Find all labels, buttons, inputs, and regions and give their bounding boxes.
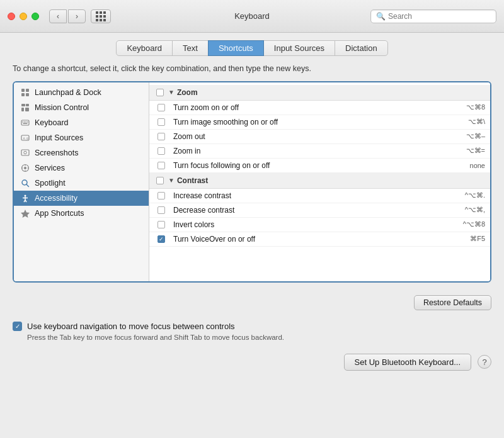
shortcut-row-invert-colors[interactable]: Invert colors ^⌥⌘8 [149, 218, 490, 232]
sidebar-label-mission-control: Mission Control [35, 103, 89, 112]
zoom-in-keys: ⌥⌘= [435, 147, 485, 155]
shortcut-row-voiceover[interactable]: ✓ Turn VoiceOver on or off ⌘F5 [149, 232, 490, 247]
svg-point-18 [24, 151, 26, 154]
decrease-contrast-check-cell[interactable] [154, 206, 168, 214]
invert-check-cell[interactable] [154, 221, 168, 228]
search-icon: 🔍 [376, 12, 386, 21]
focus-checkbox[interactable] [158, 162, 165, 169]
zoom-on-off-keys: ⌥⌘8 [435, 103, 485, 111]
zoom-out-checkbox[interactable] [158, 133, 165, 140]
shortcut-row-zoom-in[interactable]: Zoom in ⌥⌘= [149, 144, 490, 159]
svg-text:文: 文 [26, 136, 29, 140]
zoom-out-check-cell[interactable] [154, 133, 168, 140]
zoom-on-off-check-cell[interactable] [154, 104, 168, 111]
svg-rect-9 [23, 121, 24, 123]
shortcut-row-smoothing[interactable]: Turn image smoothing on or off ⌥⌘\ [149, 115, 490, 130]
increase-contrast-checkbox[interactable] [158, 192, 165, 199]
forward-button[interactable]: › [68, 9, 86, 23]
sidebar-item-accessibility[interactable]: Accessibility [14, 191, 149, 206]
zoom-checkbox[interactable] [156, 89, 164, 96]
sidebar-item-input-sources[interactable]: A文 Input Sources [14, 130, 149, 145]
zoom-in-check-cell[interactable] [154, 147, 168, 155]
decrease-contrast-keys: ^⌥⌘, [435, 206, 485, 214]
sidebar-item-launchpad[interactable]: Launchpad & Dock [14, 85, 149, 100]
svg-line-31 [25, 200, 26, 202]
focus-keys: none [435, 162, 485, 169]
tab-input-sources[interactable]: Input Sources [263, 40, 335, 56]
voiceover-checkbox[interactable]: ✓ [158, 235, 165, 243]
tabs-bar: Keyboard Text Shortcuts Input Sources Di… [0, 33, 504, 56]
contrast-toggle-icon[interactable]: ▼ [168, 177, 175, 184]
smoothing-keys: ⌥⌘\ [435, 118, 485, 126]
voiceover-check-cell[interactable]: ✓ [154, 235, 168, 243]
tab-dictation[interactable]: Dictation [335, 40, 388, 56]
contrast-checkbox[interactable] [156, 177, 164, 184]
shortcut-row-zoom-on-off[interactable]: Turn zoom on or off ⌥⌘8 [149, 101, 490, 115]
restore-row: Restore Defaults [0, 290, 504, 313]
zoom-in-checkbox[interactable] [158, 147, 165, 155]
svg-line-26 [26, 184, 29, 187]
increase-contrast-check-cell[interactable] [154, 192, 168, 199]
grid-button[interactable] [91, 9, 111, 23]
zoom-group-label: Zoom [177, 88, 198, 97]
svg-rect-6 [21, 108, 24, 111]
sidebar-item-spotlight[interactable]: Spotlight [14, 176, 149, 191]
tab-keyboard[interactable]: Keyboard [116, 40, 173, 56]
input-sources-icon: A文 [20, 133, 30, 143]
sidebar-item-mission-control[interactable]: Mission Control [14, 100, 149, 115]
sidebar-item-app-shortcuts[interactable]: App Shortcuts [14, 206, 149, 221]
svg-rect-12 [27, 121, 28, 123]
focus-label: Turn focus following on or off [168, 161, 435, 170]
sidebar: Launchpad & Dock Mission Control Keyboar… [14, 82, 149, 281]
zoom-group-check[interactable] [154, 89, 166, 96]
sidebar-item-services[interactable]: Services [14, 160, 149, 176]
svg-rect-11 [26, 121, 27, 123]
main-content: To change a shortcut, select it, click t… [0, 56, 504, 290]
zoom-toggle-icon[interactable]: ▼ [168, 89, 175, 96]
zoom-on-off-checkbox[interactable] [158, 104, 165, 111]
svg-rect-10 [24, 121, 25, 123]
mission-control-icon [20, 103, 30, 113]
group-zoom-header[interactable]: ▼ Zoom [149, 85, 490, 101]
minimize-button[interactable] [20, 13, 27, 20]
smoothing-checkbox[interactable] [158, 118, 165, 126]
sidebar-label-accessibility: Accessibility [35, 194, 77, 203]
shortcut-row-increase-contrast[interactable]: Increase contrast ^⌥⌘. [149, 189, 490, 203]
search-input[interactable] [388, 12, 491, 21]
screenshots-icon [20, 148, 30, 158]
shortcuts-panel: ▼ Zoom Turn zoom on or off ⌥⌘8 Turn imag… [149, 82, 490, 281]
sidebar-label-screenshots: Screenshots [35, 149, 78, 157]
bluetooth-keyboard-button[interactable]: Set Up Bluetooth Keyboard... [344, 354, 471, 371]
shortcut-row-zoom-out[interactable]: Zoom out ⌥⌘– [149, 130, 490, 144]
increase-contrast-label: Increase contrast [168, 191, 435, 200]
titlebar: ‹ › Keyboard 🔍 [0, 0, 504, 33]
keyboard-nav-checkbox[interactable]: ✓ [13, 322, 22, 331]
sidebar-item-keyboard[interactable]: Keyboard [14, 115, 149, 130]
decrease-contrast-checkbox[interactable] [158, 206, 165, 214]
search-box[interactable]: 🔍 [370, 9, 496, 23]
keyboard-nav-label: Use keyboard navigation to move focus be… [27, 322, 235, 331]
nav-buttons: ‹ › [49, 9, 86, 23]
svg-rect-13 [23, 123, 28, 124]
svg-rect-0 [21, 89, 25, 92]
svg-rect-5 [26, 104, 29, 106]
invert-checkbox[interactable] [158, 221, 165, 228]
back-button[interactable]: ‹ [49, 9, 67, 23]
shortcut-row-decrease-contrast[interactable]: Decrease contrast ^⌥⌘, [149, 203, 490, 218]
contrast-group-check[interactable] [154, 177, 166, 184]
tab-text[interactable]: Text [172, 40, 209, 56]
svg-rect-7 [25, 108, 29, 111]
smoothing-check-cell[interactable] [154, 118, 168, 126]
keyboard-nav-description: Press the Tab key to move focus forward … [27, 334, 491, 341]
maximize-button[interactable] [32, 13, 39, 20]
close-button[interactable] [8, 13, 15, 20]
help-button[interactable]: ? [478, 355, 491, 369]
shortcut-row-focus-following[interactable]: Turn focus following on or off none [149, 159, 490, 173]
group-contrast-header[interactable]: ▼ Contrast [149, 173, 490, 189]
focus-check-cell[interactable] [154, 162, 168, 169]
tab-shortcuts[interactable]: Shortcuts [208, 40, 264, 56]
smoothing-label: Turn image smoothing on or off [168, 118, 435, 126]
svg-rect-2 [21, 93, 25, 96]
restore-defaults-button[interactable]: Restore Defaults [414, 295, 491, 310]
sidebar-item-screenshots[interactable]: Screenshots [14, 145, 149, 160]
